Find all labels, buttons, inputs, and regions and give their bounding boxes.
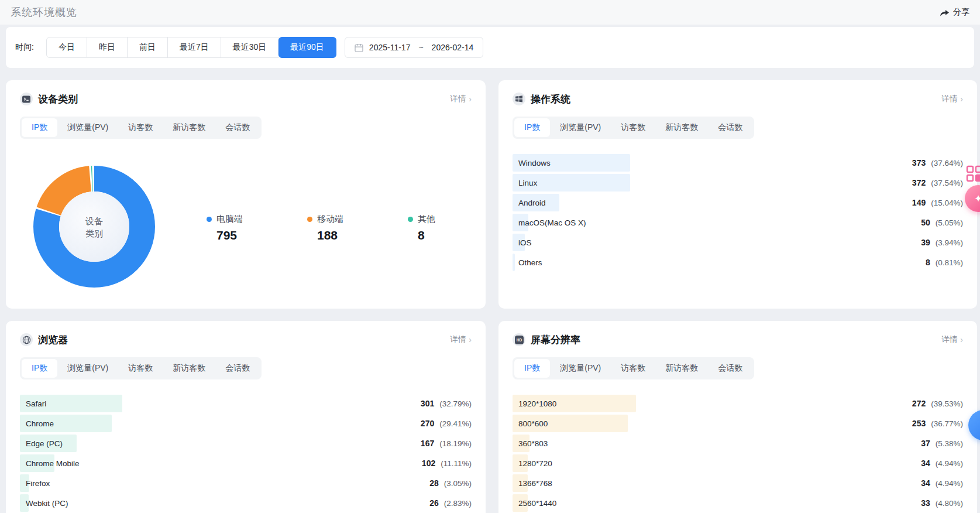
panel-title: 操作系统 xyxy=(531,93,570,106)
legend-label-row: 其他 xyxy=(408,214,435,225)
bar-percent: (37.64%) xyxy=(931,159,963,167)
legend-item-其他[interactable]: 其他8 xyxy=(408,214,435,242)
bar-label: macOS(Mac OS X) xyxy=(513,218,586,227)
list-row-Safari[interactable]: Safari301(32.79%) xyxy=(20,394,472,413)
tab-访客数[interactable]: 访客数 xyxy=(611,118,655,137)
bar-label: Chrome xyxy=(20,419,54,428)
preset-button-4[interactable]: 最近30日 xyxy=(221,37,279,58)
os-details-link[interactable]: 详情› xyxy=(941,94,963,104)
device-details-link[interactable]: 详情› xyxy=(450,94,472,104)
bar-label: iOS xyxy=(513,238,532,247)
donut-center-label-line2: 类别 xyxy=(85,228,103,238)
date-separator: ~ xyxy=(416,43,425,52)
list-row-Windows[interactable]: Windows373(37.64%) xyxy=(513,153,963,173)
tab-访客数[interactable]: 访客数 xyxy=(611,359,655,378)
panel-title: 浏览器 xyxy=(38,333,68,347)
bar-value: 301 xyxy=(421,399,434,408)
tab-IP数[interactable]: IP数 xyxy=(22,118,57,137)
donut-center xyxy=(59,191,129,262)
list-row-Chrome Mobile[interactable]: Chrome Mobile102(11.11%) xyxy=(20,453,472,473)
bar-value: 253 xyxy=(912,419,926,428)
preset-button-3[interactable]: 最近7日 xyxy=(168,37,221,58)
bar-label: 2560*1440 xyxy=(513,499,556,508)
preset-button-2[interactable]: 前日 xyxy=(128,37,168,58)
preset-button-0[interactable]: 今日 xyxy=(46,37,87,58)
legend-item-电脑端[interactable]: 电脑端795 xyxy=(207,214,243,242)
os-windows-icon xyxy=(513,93,525,105)
os-bar-list: Windows373(37.64%)Linux372(37.54%)Androi… xyxy=(513,153,963,272)
browser-metric-tabs: IP数浏览量(PV)访客数新访客数会话数 xyxy=(20,357,262,379)
bar-value: 28 xyxy=(429,478,439,488)
bar-percent: (2.83%) xyxy=(444,499,472,508)
bar-values: 34(4.94%) xyxy=(921,459,963,468)
list-row-1280*720[interactable]: 1280*72034(4.94%) xyxy=(513,453,963,473)
bar-percent: (29.41%) xyxy=(439,419,472,428)
legend-item-移动端[interactable]: 移动端188 xyxy=(307,214,343,242)
list-row-Android[interactable]: Android149(15.04%) xyxy=(513,193,963,213)
list-row-Linux[interactable]: Linux372(37.54%) xyxy=(513,173,963,193)
device-category-icon xyxy=(20,93,33,105)
browser-details-link[interactable]: 详情› xyxy=(450,334,472,345)
tab-IP数[interactable]: IP数 xyxy=(22,359,57,378)
resolution-metric-tabs: IP数浏览量(PV)访客数新访客数会话数 xyxy=(513,357,754,379)
tab-浏览量(PV)[interactable]: 浏览量(PV) xyxy=(57,359,118,378)
bar-values: 372(37.54%) xyxy=(912,178,963,187)
tab-会话数[interactable]: 会话数 xyxy=(708,359,752,378)
legend-value: 8 xyxy=(418,228,435,242)
bar-label: Firefox xyxy=(20,479,50,488)
resolution-details-link[interactable]: 详情› xyxy=(941,334,963,345)
list-row-1920*1080[interactable]: 1920*1080272(39.53%) xyxy=(513,394,963,413)
chevron-right-icon: › xyxy=(469,94,472,104)
panel-resolution-header: HD 屏幕分辨率 详情› xyxy=(513,333,963,347)
date-range-presets: 今日昨日前日最近7日最近30日最近90日 xyxy=(46,37,336,58)
tab-新访客数[interactable]: 新访客数 xyxy=(655,359,708,378)
preset-button-5[interactable]: 最近90日 xyxy=(278,37,336,58)
tab-会话数[interactable]: 会话数 xyxy=(708,118,752,137)
list-row-Webkit (PC)[interactable]: Webkit (PC)26(2.83%) xyxy=(20,493,472,513)
list-row-macOS(Mac OS X)[interactable]: macOS(Mac OS X)50(5.05%) xyxy=(513,213,963,232)
tab-浏览量(PV)[interactable]: 浏览量(PV) xyxy=(57,118,118,137)
bar-label: Linux xyxy=(513,179,537,187)
list-row-360*803[interactable]: 360*80337(5.38%) xyxy=(513,433,963,453)
tab-访客数[interactable]: 访客数 xyxy=(118,118,163,137)
list-row-Others[interactable]: Others8(0.81%) xyxy=(513,252,963,272)
tab-新访客数[interactable]: 新访客数 xyxy=(163,359,215,378)
bar-value: 167 xyxy=(421,439,434,448)
tab-会话数[interactable]: 会话数 xyxy=(215,359,260,378)
bar-values: 33(4.80%) xyxy=(921,498,963,508)
legend-label-row: 移动端 xyxy=(307,214,343,225)
bar-percent: (32.79%) xyxy=(439,399,472,408)
tab-新访客数[interactable]: 新访客数 xyxy=(655,118,708,137)
device-metric-tabs: IP数浏览量(PV)访客数新访客数会话数 xyxy=(20,117,262,139)
bar-value: 34 xyxy=(921,478,930,488)
share-button[interactable]: 分享 xyxy=(940,7,969,18)
tab-IP数[interactable]: IP数 xyxy=(514,118,550,137)
bar-percent: (39.53%) xyxy=(931,399,963,408)
list-row-iOS[interactable]: iOS39(3.94%) xyxy=(513,232,963,252)
tab-新访客数[interactable]: 新访客数 xyxy=(163,118,215,137)
list-row-Chrome[interactable]: Chrome270(29.41%) xyxy=(20,413,472,433)
tab-会话数[interactable]: 会话数 xyxy=(215,118,260,137)
bar-percent: (36.77%) xyxy=(931,419,963,428)
preset-button-1[interactable]: 昨日 xyxy=(87,37,128,58)
list-row-2560*1440[interactable]: 2560*144033(4.80%) xyxy=(513,493,963,513)
bar-label: Webkit (PC) xyxy=(20,499,68,508)
bar-percent: (5.38%) xyxy=(936,439,963,448)
list-row-Edge (PC)[interactable]: Edge (PC)167(18.19%) xyxy=(20,433,472,453)
bar-label: Windows xyxy=(513,159,551,167)
legend-dot-icon xyxy=(207,217,212,222)
tab-浏览量(PV)[interactable]: 浏览量(PV) xyxy=(550,359,611,378)
tab-访客数[interactable]: 访客数 xyxy=(118,359,163,378)
legend-value: 188 xyxy=(317,228,343,242)
tab-浏览量(PV)[interactable]: 浏览量(PV) xyxy=(550,118,611,137)
tab-IP数[interactable]: IP数 xyxy=(514,359,550,378)
list-row-Firefox[interactable]: Firefox28(3.05%) xyxy=(20,473,472,493)
date-range-picker[interactable]: 2025-11-17 ~ 2026-02-14 xyxy=(345,37,483,58)
list-row-800*600[interactable]: 800*600253(36.77%) xyxy=(513,413,963,433)
chevron-right-icon: › xyxy=(469,335,472,344)
bar-value: 37 xyxy=(921,439,930,448)
bar-percent: (3.05%) xyxy=(444,479,472,488)
list-row-1366*768[interactable]: 1366*76834(4.94%) xyxy=(513,473,963,493)
bar-label: Edge (PC) xyxy=(20,439,63,448)
floating-widgets-icon[interactable] xyxy=(966,165,980,183)
